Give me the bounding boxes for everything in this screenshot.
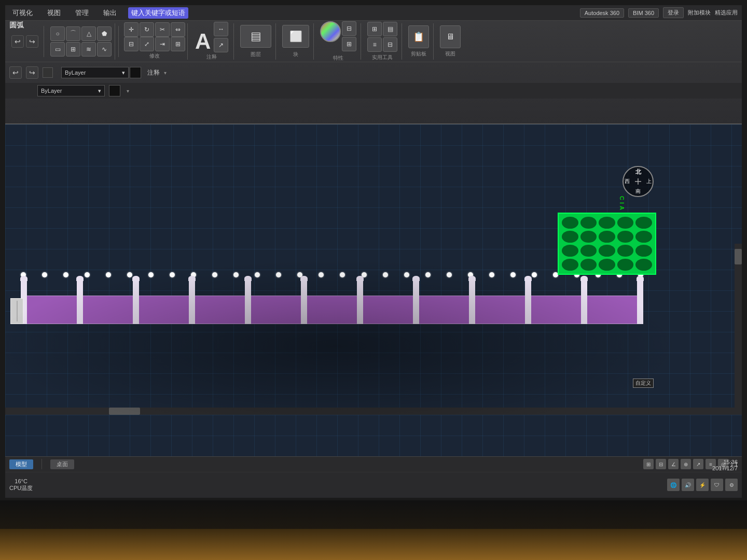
- compass-east: 上: [646, 178, 652, 185]
- snap-toggle[interactable]: ⊞: [643, 459, 654, 469]
- copy-tool[interactable]: ⊟: [124, 37, 139, 51]
- green-dot-17: [580, 259, 597, 271]
- spline-tool[interactable]: ∿: [97, 42, 112, 57]
- cpu-temp-display: 16°C CPU温度: [9, 478, 33, 492]
- polygon-tool[interactable]: ⬟: [97, 26, 112, 41]
- status-icons-group: ⊞ ⊟ ∠ ⊕ ↗ ≡ ◎ 1:1 15:36 2017/12/7: [643, 459, 738, 469]
- green-block-element: [558, 213, 656, 275]
- bylayer-dropdown2[interactable]: ByLayer ▾: [37, 85, 105, 96]
- bylayer-dropdown1[interactable]: ByLayer ▾: [61, 67, 129, 78]
- clipboard-btn[interactable]: 📋: [408, 25, 429, 48]
- circle-tool[interactable]: ○: [50, 26, 65, 41]
- otrack-toggle[interactable]: ↗: [693, 459, 703, 469]
- bylayer-color-box2[interactable]: [109, 85, 120, 96]
- autodesk360-btn[interactable]: Autodesk 360: [580, 8, 624, 18]
- vertical-scrollbar[interactable]: [735, 244, 742, 415]
- tray-icon-1[interactable]: 🌐: [667, 479, 680, 491]
- osnap-toggle[interactable]: ⊕: [681, 459, 691, 469]
- green-dot-7: [580, 231, 597, 243]
- array-tool[interactable]: ⊞: [171, 37, 185, 51]
- green-dot-14: [617, 245, 634, 257]
- annotate-label-bottom: 注释: [206, 53, 217, 61]
- status-bar-bottom: 16°C CPU温度 🌐 🔊 ⚡ 🛡 ⚙: [5, 472, 742, 498]
- tray-icon-2[interactable]: 🔊: [682, 479, 694, 491]
- horizontal-scrollbar[interactable]: [5, 408, 735, 415]
- mirror-tool[interactable]: ⇔: [171, 22, 185, 37]
- utility-btn2[interactable]: ▤: [383, 22, 397, 36]
- bylayer2-arrow: ▾: [127, 88, 129, 94]
- undo-button[interactable]: ↩: [11, 35, 24, 48]
- rectangle-tool[interactable]: ▭: [50, 42, 65, 57]
- menu-manage[interactable]: 管理: [72, 7, 92, 19]
- fence-left-line: [17, 301, 18, 321]
- redo-btn-2[interactable]: ↪: [26, 66, 38, 79]
- grid-tool[interactable]: ⊞: [66, 42, 80, 57]
- leader-tool[interactable]: ↗: [214, 38, 228, 52]
- draw-tools-row2: ▭ ⊞ ≋ ∿: [50, 42, 112, 57]
- modify-tools-row2: ⊟ ⤢ ⇥ ⊞: [124, 37, 185, 51]
- green-dot-20: [635, 259, 652, 271]
- menu-output[interactable]: 输出: [100, 7, 120, 19]
- redo-button[interactable]: ↪: [26, 35, 38, 48]
- text-tool-big[interactable]: A: [195, 31, 211, 52]
- draw-tools-row1: ○ ⌒ △ ⬟: [50, 26, 112, 41]
- green-dot-1: [562, 217, 578, 229]
- properties-color-wheel[interactable]: [320, 21, 341, 42]
- menu-visualization[interactable]: 可视化: [9, 7, 36, 19]
- tray-icon-3[interactable]: ⚡: [696, 479, 709, 491]
- trim-tool[interactable]: ✂: [155, 22, 170, 37]
- drawing-canvas[interactable]: CIA 北 南 上 西 自定义: [5, 124, 742, 456]
- utility-btn4[interactable]: ⊟: [383, 37, 397, 52]
- arc-tool[interactable]: ⌒: [66, 26, 80, 41]
- view-label: 视图: [445, 50, 455, 58]
- properties-btn[interactable]: ⊟: [342, 21, 356, 36]
- compass: 北 南 上 西: [622, 166, 659, 202]
- utility-btn1[interactable]: ⊞: [367, 22, 382, 36]
- property-label: 特性: [333, 54, 343, 62]
- tray-icon-5[interactable]: ⚙: [725, 479, 738, 491]
- dimension-tool[interactable]: ↔: [214, 22, 228, 36]
- ortho-toggle[interactable]: ⊟: [656, 459, 666, 469]
- green-dot-3: [599, 217, 615, 229]
- login-btn[interactable]: 登录: [663, 7, 684, 18]
- undo-btn-2[interactable]: ↩: [9, 66, 22, 79]
- layout-tab[interactable]: 桌面: [50, 459, 74, 469]
- menu-bar: 可视化 视图 管理 输出 键入关键字或短语: [9, 7, 188, 19]
- view-btn[interactable]: 🖥: [440, 25, 461, 48]
- v-scrollbar-thumb[interactable]: [735, 249, 742, 264]
- layer-tool[interactable]: ▤: [240, 25, 271, 48]
- block-tool[interactable]: ⬜: [282, 25, 309, 48]
- tray-icon-4[interactable]: 🛡: [711, 479, 723, 491]
- system-tray: 🌐 🔊 ⚡ 🛡 ⚙: [667, 479, 738, 491]
- bylayer-color-box1[interactable]: [130, 67, 141, 78]
- scale-tool[interactable]: ⤢: [140, 37, 154, 51]
- polar-toggle[interactable]: ∠: [668, 459, 679, 469]
- rotate-tool[interactable]: ↻: [140, 22, 154, 37]
- compass-north: 北: [635, 168, 641, 176]
- shape-tool[interactable]: △: [81, 26, 96, 41]
- extend-tool[interactable]: ⇥: [155, 37, 170, 51]
- table-surface: [0, 529, 747, 560]
- move-tool[interactable]: ✛: [124, 22, 139, 37]
- green-dot-9: [617, 231, 634, 243]
- utility-btn3[interactable]: ≡: [367, 37, 382, 52]
- addons-label[interactable]: 附加模块: [688, 9, 711, 17]
- h-scrollbar-thumb[interactable]: [109, 408, 140, 415]
- featured-label[interactable]: 精选应用: [715, 9, 738, 17]
- bim360-btn[interactable]: BIM 360: [628, 8, 659, 18]
- menu-view[interactable]: 视图: [44, 7, 64, 19]
- cloud-tool[interactable]: ≋: [81, 42, 96, 57]
- group-btn[interactable]: ⊞: [342, 37, 356, 51]
- fence-body: [21, 296, 643, 324]
- green-dot-11: [562, 245, 578, 257]
- green-dot-16: [562, 259, 578, 271]
- modify-label: 修改: [149, 52, 160, 60]
- utility-label: 实用工具: [372, 54, 393, 61]
- draw-tools-section: ○ ⌒ △ ⬟ ▭ ⊞ ≋ ∿: [47, 23, 115, 60]
- annotation-arrow: ▾: [164, 70, 167, 76]
- menu-search[interactable]: 键入关键字或短语: [128, 7, 188, 19]
- layer-state-btn[interactable]: [43, 67, 53, 78]
- model-tab[interactable]: 模型: [9, 459, 33, 469]
- block-label: 块: [293, 51, 298, 58]
- layer-label: 图层: [251, 51, 261, 58]
